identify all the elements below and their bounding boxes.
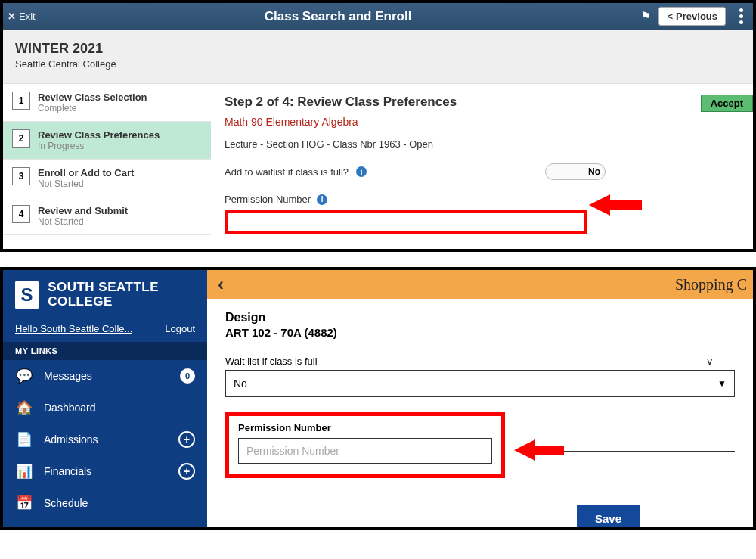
permission-number-highlight: Permission Number Permission Number bbox=[225, 412, 505, 478]
page-title: Class Search and Enroll bbox=[36, 9, 641, 24]
nav-messages[interactable]: 💬 Messages 0 bbox=[3, 360, 207, 392]
sidebar-nav: 💬 Messages 0 🏠 Dashboard 📄 Admissions + … bbox=[3, 360, 207, 519]
step-status: Not Started bbox=[38, 179, 134, 189]
term-name: WINTER 2021 bbox=[15, 41, 741, 57]
exit-label: Exit bbox=[19, 11, 36, 22]
course-title: Design bbox=[225, 311, 735, 325]
required-marker: v bbox=[708, 356, 713, 367]
step-review-class-selection[interactable]: 1 Review Class SelectionComplete bbox=[3, 84, 211, 122]
nav-financials[interactable]: 📊 Financials + bbox=[3, 455, 207, 487]
permission-number-label: Permission Number bbox=[238, 422, 492, 433]
nav-schedule[interactable]: 📅 Schedule bbox=[3, 487, 207, 519]
step-number-badge: 2 bbox=[12, 129, 30, 148]
nav-dashboard[interactable]: 🏠 Dashboard bbox=[3, 392, 207, 424]
college-logo-icon: S bbox=[15, 281, 39, 309]
step-review-class-preferences[interactable]: 2 Review Class PreferencesIn Progress bbox=[3, 122, 211, 160]
step-title: Enroll or Add to Cart bbox=[38, 167, 134, 179]
greeting-link[interactable]: Hello South Seattle Colle... bbox=[15, 323, 132, 334]
flag-icon[interactable]: ⚑ bbox=[640, 9, 651, 23]
waitlist-selected-value: No bbox=[234, 377, 247, 390]
back-button[interactable]: ‹ bbox=[213, 274, 228, 295]
top-app-bar: ✕Exit Class Search and Enroll ⚑ <Previou… bbox=[3, 3, 753, 30]
previous-label: Previous bbox=[676, 11, 717, 22]
chart-icon: 📊 bbox=[15, 463, 33, 480]
accept-button[interactable]: Accept bbox=[701, 95, 753, 112]
info-icon[interactable]: i bbox=[317, 194, 327, 205]
exit-button[interactable]: ✕Exit bbox=[8, 11, 36, 22]
step-content: Accept Step 2 of 4: Review Class Prefere… bbox=[211, 84, 753, 249]
svg-marker-0 bbox=[589, 194, 642, 216]
nav-label: Financials bbox=[44, 465, 168, 477]
step-status: Not Started bbox=[38, 216, 128, 227]
calendar-icon: 📅 bbox=[15, 495, 33, 511]
document-icon: 📄 bbox=[15, 431, 33, 448]
college-name: SOUTH SEATTLE COLLEGE bbox=[48, 281, 195, 309]
home-icon: 🏠 bbox=[15, 399, 33, 416]
sidebar: S SOUTH SEATTLE COLLEGE Hello South Seat… bbox=[3, 270, 207, 527]
previous-button[interactable]: <Previous bbox=[658, 7, 726, 26]
svg-marker-1 bbox=[514, 439, 564, 461]
chevron-down-icon: ▼ bbox=[717, 378, 727, 389]
nav-label: Messages bbox=[44, 370, 169, 382]
nav-admissions[interactable]: 📄 Admissions + bbox=[3, 424, 207, 455]
step-title: Review Class Preferences bbox=[38, 129, 160, 141]
step-enroll-or-cart[interactable]: 3 Enroll or Add to CartNot Started bbox=[3, 160, 211, 197]
logout-link[interactable]: Logout bbox=[165, 323, 195, 334]
waitlist-select[interactable]: No ▼ bbox=[225, 370, 735, 397]
permission-number-input[interactable]: Permission Number bbox=[238, 438, 492, 464]
term-header: WINTER 2021 Seattle Central College bbox=[3, 30, 753, 84]
step-title: Review and Submit bbox=[38, 205, 128, 216]
waitlist-label: Add to waitlist if class is full? bbox=[225, 166, 349, 178]
step-list: 1 Review Class SelectionComplete 2 Revie… bbox=[3, 84, 211, 249]
expand-icon[interactable]: + bbox=[178, 463, 195, 480]
nav-label: Schedule bbox=[44, 497, 195, 509]
waitlist-toggle[interactable]: No bbox=[545, 163, 606, 180]
nav-label: Dashboard bbox=[44, 402, 195, 414]
course-code: ART 102 - 70A (4882) bbox=[225, 326, 735, 339]
waitlist-label: Wait list if class is full bbox=[225, 356, 318, 367]
permission-number-input[interactable] bbox=[225, 210, 587, 234]
step-status: Complete bbox=[38, 103, 147, 113]
close-icon: ✕ bbox=[8, 11, 16, 22]
step-title: Review Class Selection bbox=[38, 92, 147, 103]
course-title: Math 90 Elementary Algebra bbox=[225, 116, 739, 128]
main-content: ‹ Shopping C Design ART 102 - 70A (4882)… bbox=[207, 270, 753, 527]
step-status: In Progress bbox=[38, 141, 160, 151]
college-brand: S SOUTH SEATTLE COLLEGE bbox=[3, 270, 207, 317]
save-button[interactable]: Save bbox=[577, 505, 640, 528]
college-name: Seattle Central College bbox=[15, 58, 741, 70]
section-details: Lecture - Section HOG - Class Nbr 1963 -… bbox=[225, 138, 739, 150]
step-number-badge: 1 bbox=[12, 92, 30, 110]
section-title: Shopping C bbox=[675, 276, 747, 293]
shopping-cart-panel: S SOUTH SEATTLE COLLEGE Hello South Seat… bbox=[0, 267, 756, 530]
chevron-left-icon: < bbox=[667, 11, 673, 22]
kebab-menu-icon[interactable] bbox=[733, 8, 748, 24]
expand-icon[interactable]: + bbox=[178, 431, 195, 448]
section-header: ‹ Shopping C bbox=[207, 270, 753, 299]
annotation-arrow-icon bbox=[514, 436, 564, 467]
nav-label: Admissions bbox=[44, 433, 168, 446]
mylinks-header: MY LINKS bbox=[3, 342, 207, 360]
step-number-badge: 3 bbox=[12, 167, 30, 185]
step-number-badge: 4 bbox=[12, 205, 30, 223]
info-icon[interactable]: i bbox=[356, 166, 367, 177]
annotation-arrow-icon bbox=[589, 191, 642, 219]
permission-number-label: Permission Number bbox=[225, 194, 311, 205]
enrollment-step-panel: ✕Exit Class Search and Enroll ⚑ <Previou… bbox=[0, 0, 756, 252]
step-heading: Step 2 of 4: Review Class Preferences bbox=[225, 95, 739, 110]
step-review-and-submit[interactable]: 4 Review and SubmitNot Started bbox=[3, 197, 211, 235]
chat-icon: 💬 bbox=[15, 368, 33, 384]
messages-count-badge: 0 bbox=[180, 368, 195, 384]
